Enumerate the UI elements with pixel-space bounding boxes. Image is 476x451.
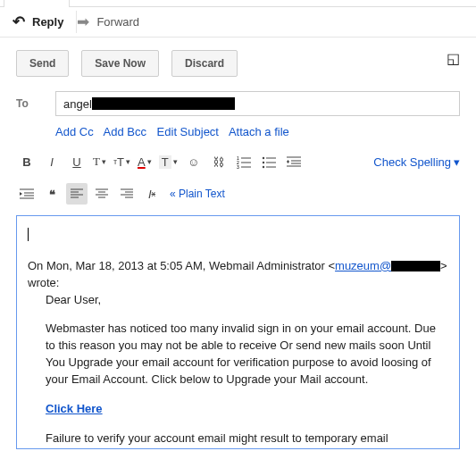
quote-paragraph-2: Failure to verify your account email mig…: [46, 430, 448, 447]
indent-button[interactable]: [16, 183, 38, 205]
svg-point-6: [262, 157, 263, 159]
add-bcc-link[interactable]: Add Bcc: [104, 125, 146, 138]
quote-header: On Mon, Mar 18, 2013 at 5:05 AM, Webmail…: [28, 258, 448, 292]
svg-marker-19: [20, 192, 22, 196]
forward-label: Forward: [96, 15, 139, 29]
clear-format-button[interactable]: Ix: [141, 183, 163, 205]
to-label: To: [16, 97, 43, 110]
add-cc-link[interactable]: Add Cc: [55, 125, 94, 138]
numbered-list-button[interactable]: 123: [233, 151, 255, 172]
quote-paragraph-1: Webmaster has noticed too many invalid s…: [46, 321, 448, 388]
popout-icon[interactable]: ◱: [447, 50, 460, 67]
discard-button[interactable]: Discard: [171, 50, 238, 77]
send-button[interactable]: Send: [16, 50, 69, 77]
outdent-button[interactable]: [283, 151, 305, 172]
text-color-button[interactable]: A▾: [136, 155, 154, 169]
highlight-button[interactable]: T▾: [157, 155, 180, 169]
action-tabs: ↶ Reply ➡ Forward: [0, 7, 476, 38]
to-input[interactable]: angel: [55, 91, 460, 116]
quote-greeting: Dear User,: [46, 292, 448, 309]
bullet-list-button[interactable]: [258, 151, 280, 172]
to-value-prefix: angel: [63, 97, 92, 111]
emoji-button[interactable]: ☺: [183, 151, 205, 172]
font-family-button[interactable]: T▾: [91, 155, 108, 169]
reply-label: Reply: [32, 15, 63, 29]
forward-tab[interactable]: ➡ Forward: [77, 7, 152, 37]
quoted-email-link[interactable]: muzeum@: [335, 259, 440, 272]
bold-button[interactable]: B: [16, 151, 38, 172]
reply-tab[interactable]: ↶ Reply: [13, 7, 76, 37]
align-right-button[interactable]: [116, 183, 138, 205]
compose-body[interactable]: On Mon, Mar 18, 2013 at 5:05 AM, Webmail…: [16, 215, 460, 449]
plain-text-button[interactable]: « Plain Text: [170, 188, 225, 200]
svg-text:3: 3: [237, 164, 239, 169]
italic-button[interactable]: I: [41, 151, 63, 172]
svg-point-8: [262, 166, 263, 168]
link-button[interactable]: ⛓: [208, 151, 230, 172]
quote-button[interactable]: ❝: [41, 183, 63, 205]
svg-marker-13: [287, 160, 289, 162]
reply-arrow-icon: ↶: [13, 14, 25, 29]
forward-arrow-icon: ➡: [77, 14, 89, 29]
format-toolbar: B I U T▾ тT▾ A▾ T▾ ☺ ⛓ 123 Check Spellin…: [0, 146, 476, 210]
svg-point-7: [262, 162, 263, 163]
save-now-button[interactable]: Save Now: [81, 50, 159, 77]
click-here-link[interactable]: Click Here: [46, 401, 103, 418]
align-left-button[interactable]: [66, 183, 88, 205]
redacted-recipient: [92, 97, 235, 110]
underline-button[interactable]: U: [66, 151, 88, 172]
svg-marker-14: [287, 162, 289, 163]
attach-file-link[interactable]: Attach a file: [229, 125, 289, 138]
edit-subject-link[interactable]: Edit Subject: [157, 125, 219, 138]
text-cursor: [28, 228, 29, 241]
spellcheck-button[interactable]: Check Spelling▾: [373, 155, 460, 169]
align-center-button[interactable]: [91, 183, 113, 205]
font-size-button[interactable]: тT▾: [112, 155, 132, 169]
